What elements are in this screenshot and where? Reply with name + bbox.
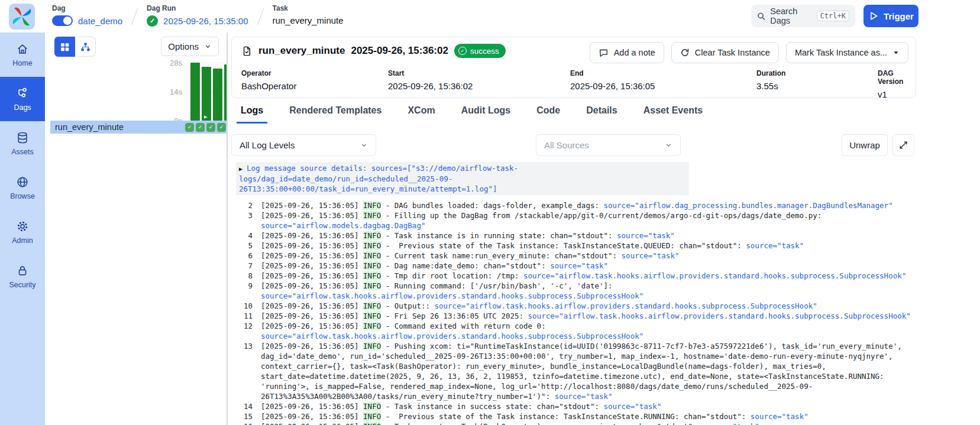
- mark-task-instance-as-dropdown[interactable]: Mark Task Instance as...: [786, 42, 908, 63]
- play-icon: [868, 11, 879, 21]
- sidebar-nav: HomeDagsAssetsBrowseAdminSecurity: [0, 33, 45, 425]
- log-source-link[interactable]: source="task": [555, 392, 613, 401]
- log-source-link[interactable]: source="task": [604, 402, 662, 411]
- breadcrumb-task: Task run_every_minute: [273, 4, 344, 25]
- graph-icon: [80, 42, 90, 52]
- meta-dag-version-label: DAG Version: [878, 69, 910, 86]
- task-tabs: LogsRendered TemplatesXComAudit LogsCode…: [237, 105, 707, 124]
- sidebar-item-dags[interactable]: Dags: [0, 77, 45, 121]
- bar-play-marker-icon: ▶: [204, 115, 207, 119]
- tab-audit-logs[interactable]: Audit Logs: [457, 105, 515, 124]
- breadcrumb-separator: [131, 8, 138, 25]
- task-row-run-every-minute[interactable]: run_every_minute ✓✓✓✓: [50, 121, 227, 134]
- log-level-badge: INFO: [363, 412, 381, 421]
- trigger-label: Trigger: [884, 11, 914, 21]
- task-success-check-icon[interactable]: ✓: [196, 123, 205, 132]
- log-level-badge: INFO: [363, 342, 381, 351]
- breadcrumb-dag-link[interactable]: date_demo: [78, 16, 122, 26]
- log-line-content: [2025-09-26, 15:36:05] INFO - Command ex…: [261, 321, 918, 341]
- log-source-link[interactable]: source="airflow.task.hooks.airflow.provi…: [261, 291, 643, 300]
- log-source-details[interactable]: ▶Log message source details: sources=["s…: [236, 162, 689, 195]
- log-source-link[interactable]: source="task": [550, 261, 608, 270]
- task-instance-title: run_every_minute: [258, 45, 345, 57]
- panel-splitter[interactable]: [227, 33, 228, 425]
- unwrap-button[interactable]: Unwrap: [842, 134, 888, 156]
- log-source-link[interactable]: source="airflow.models.dagbag.DagBag": [261, 221, 425, 230]
- log-levels-select[interactable]: All Log Levels: [231, 134, 376, 156]
- log-line: 2[2025-09-26, 15:36:05] INFO - DAG bundl…: [235, 200, 918, 210]
- log-line-content: [2025-09-26, 15:36:05] INFO - Previous s…: [261, 241, 918, 251]
- sidebar-item-security[interactable]: Security: [0, 254, 45, 299]
- log-level-badge: INFO: [363, 301, 381, 310]
- meta-end-value: 2025-09-26, 15:36:05: [570, 81, 756, 91]
- grid-icon: [60, 42, 70, 52]
- log-source-link[interactable]: source="airflow.task.hooks.airflow.provi…: [528, 312, 911, 320]
- airflow-app: Dag date_demo Dag Run ✓ 2025-09-26, 15:3…: [0, 0, 980, 425]
- log-line-number: 7: [235, 261, 253, 271]
- log-level-badge: INFO: [363, 281, 381, 290]
- log-sources-value: All Sources: [544, 140, 589, 150]
- mark-task-instance-as-label: Mark Task Instance as...: [795, 48, 887, 57]
- meta-duration-value: 3.55s: [756, 81, 878, 91]
- log-sources-select[interactable]: All Sources: [536, 134, 681, 156]
- gear-icon: [16, 220, 29, 233]
- lock-icon: [16, 264, 29, 277]
- log-source-link[interactable]: source="airflow.task.hooks.airflow.provi…: [435, 301, 817, 310]
- status-badge-label: success: [470, 47, 499, 56]
- log-source-link[interactable]: source="task": [701, 422, 759, 425]
- clear-task-instance-button[interactable]: Clear Task Instance: [671, 42, 779, 63]
- breadcrumb-task-value: run_every_minute: [273, 15, 344, 25]
- search-dags-box[interactable]: Search Dags Ctrl+K: [751, 5, 855, 27]
- tab-details[interactable]: Details: [582, 105, 621, 124]
- sidebar-item-browse[interactable]: Browse: [0, 166, 45, 210]
- log-line: 8[2025-09-26, 15:36:05] INFO - Tmp dir r…: [235, 271, 918, 281]
- sidebar-item-assets[interactable]: Assets: [0, 121, 45, 166]
- log-source-link[interactable]: source="task": [746, 241, 804, 250]
- log-level-badge: INFO: [363, 231, 381, 240]
- meta-dag-version: DAG Version v1: [878, 69, 910, 99]
- airflow-logo[interactable]: [9, 4, 35, 30]
- task-success-check-icon[interactable]: ✓: [206, 123, 215, 132]
- log-line: 3[2025-09-26, 15:36:05] INFO - Filling u…: [235, 210, 918, 231]
- globe-icon: [16, 176, 29, 189]
- meta-operator: Operator BashOperator: [241, 69, 388, 99]
- dag-pause-toggle[interactable]: [52, 15, 73, 26]
- breadcrumb-dag-run-link[interactable]: 2025-09-26, 15:35:00: [163, 16, 248, 26]
- log-line-content: [2025-09-26, 15:36:05] INFO - Task insta…: [261, 401, 918, 411]
- log-source-link[interactable]: source="airflow.task.hooks.airflow.provi…: [523, 271, 906, 280]
- log-line-content: [2025-09-26, 15:36:05] INFO - Output:: s…: [261, 301, 918, 311]
- log-source-details-text: Log message source details: sources=["s3…: [239, 164, 518, 193]
- sidebar-item-admin[interactable]: Admin: [0, 210, 45, 254]
- tab-asset-events[interactable]: Asset Events: [639, 105, 707, 124]
- log-line: 6[2025-09-26, 15:36:05] INFO - Current t…: [235, 251, 918, 261]
- task-instance-timestamp: 2025-09-26, 15:36:02: [351, 45, 448, 57]
- chart-bar[interactable]: [190, 63, 200, 121]
- fullscreen-expand-button[interactable]: [892, 134, 914, 156]
- trigger-button[interactable]: Trigger: [863, 5, 918, 27]
- log-source-link[interactable]: source="airflow.dag_processing.bundles.m…: [604, 201, 893, 210]
- options-dropdown[interactable]: Options: [161, 37, 219, 56]
- breadcrumb: Dag date_demo Dag Run ✓ 2025-09-26, 15:3…: [52, 4, 344, 27]
- chart-bar[interactable]: [213, 69, 222, 121]
- sidebar-item-home[interactable]: Home: [0, 33, 45, 77]
- log-level-badge: INFO: [363, 312, 381, 320]
- tab-code[interactable]: Code: [532, 105, 564, 124]
- log-source-link[interactable]: source="task": [622, 251, 680, 260]
- log-source-link[interactable]: source="airflow.task.hooks.airflow.provi…: [261, 332, 643, 340]
- log-source-link[interactable]: source="task": [751, 412, 808, 421]
- chart-bar[interactable]: ▶: [202, 67, 211, 121]
- tab-rendered-templates[interactable]: Rendered Templates: [285, 105, 386, 124]
- tab-logs[interactable]: Logs: [237, 105, 267, 124]
- breadcrumb-dag: Dag date_demo: [52, 4, 122, 26]
- log-source-link[interactable]: source="task": [617, 231, 675, 240]
- search-dags-label: Search Dags: [770, 7, 811, 25]
- add-note-button[interactable]: Add a note: [590, 42, 664, 63]
- log-line-content: [2025-09-26, 15:36:05] INFO - Previous s…: [261, 411, 918, 421]
- meta-duration-label: Duration: [756, 69, 878, 77]
- clear-task-instance-label: Clear Task Instance: [695, 48, 770, 57]
- tab-xcom[interactable]: XCom: [403, 105, 439, 124]
- task-success-check-icon[interactable]: ✓: [217, 123, 226, 132]
- graph-view-button[interactable]: [75, 37, 96, 57]
- task-success-check-icon[interactable]: ✓: [185, 123, 194, 132]
- grid-view-button[interactable]: [54, 37, 75, 57]
